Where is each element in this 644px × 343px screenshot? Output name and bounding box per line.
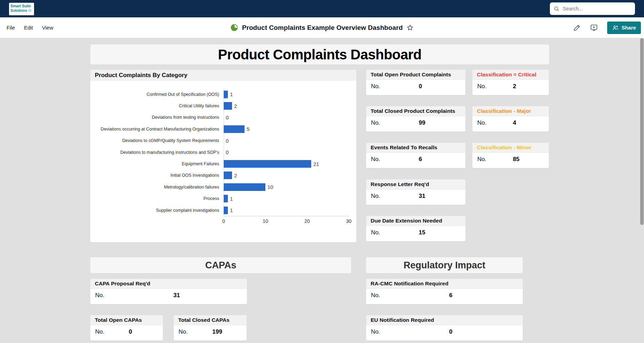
chart-category-label: Deviations to manufacturing instructions…	[90, 150, 224, 155]
chart-plot-area: Confirmed Out of Specification (OOS)1Cri…	[90, 81, 356, 242]
smart-suite-solutions-logo[interactable]: Smart Suite Solutions	[9, 3, 34, 15]
menu-edit[interactable]: Edit	[24, 25, 33, 31]
chart-value-label: 0	[226, 149, 229, 155]
chart-rows: Confirmed Out of Specification (OOS)1Cri…	[90, 89, 356, 216]
chart-bar	[224, 125, 245, 133]
card-prefix: No.	[371, 292, 380, 299]
x-axis-tick-label: 30	[346, 218, 352, 224]
card-value: 85	[513, 156, 520, 163]
stat-card-due-date-extension-needed: Due Date Extension Needed No. 15	[366, 216, 465, 241]
card-value: 6	[449, 292, 452, 299]
stat-card-classification-minor: Classification - Minor No. 85	[472, 143, 549, 168]
card-value: 99	[419, 119, 426, 126]
chart-category-label: Critical Utility failures	[90, 103, 224, 108]
card-prefix: No.	[477, 119, 486, 126]
stat-card-total-closed-capas: Total Closed CAPAs No. 199	[174, 315, 247, 341]
chart-row: Deviations from testing instructions0	[90, 112, 356, 123]
card-prefix: No.	[477, 83, 486, 90]
chart-row: Supplier complaint investigations1	[90, 204, 356, 216]
stat-card-total-open-capas: Total Open CAPAs No. 0	[90, 315, 163, 341]
card-label: Response Letter Req'd	[371, 181, 429, 187]
card-prefix: No.	[371, 328, 380, 335]
page-title: Product Complaints Dashboard	[218, 47, 421, 62]
chart-category-label: Confirmed Out of Specification (OOS)	[90, 92, 224, 97]
stat-card-eu-notification-required: EU Notification Required No. 0	[366, 315, 523, 341]
chart-row: Critical Utility failures2	[90, 100, 356, 111]
chart-row: Metrology/calibration failures10	[90, 181, 356, 193]
card-value: 31	[419, 193, 426, 200]
chart-category-label: Equipment Failures	[90, 161, 224, 166]
dashboard-title-banner: Product Complaints Dashboard	[90, 44, 549, 65]
logo-line2: Solutions	[10, 8, 27, 13]
menu-bar: File Edit View Product Complaints Exampl…	[0, 17, 644, 38]
card-prefix: No.	[371, 156, 380, 163]
stat-card-total-open-product-complaints: Total Open Product Complaints No. 0	[366, 70, 465, 95]
pencil-icon	[573, 24, 581, 32]
chart-row: Deviations occurring at Contract Manufac…	[90, 123, 356, 135]
card-label: CAPA Proposal Req'd	[95, 281, 150, 286]
stat-card-capa-proposal-reqd: CAPA Proposal Req'd No. 31	[90, 279, 247, 304]
x-axis-ticks: 0102030	[90, 218, 356, 225]
card-label: Total Closed Product Complaints	[371, 108, 455, 114]
card-label: Total Open CAPAs	[95, 317, 142, 323]
stat-card-response-letter-reqd: Response Letter Req'd No. 31	[366, 179, 465, 205]
vertical-scrollbar-thumb[interactable]	[640, 38, 644, 225]
search-input[interactable]	[563, 6, 631, 11]
chart-category-label: Process	[90, 196, 224, 201]
chart-bar	[224, 102, 232, 110]
menu-view[interactable]: View	[42, 25, 53, 31]
chart-value-label: 1	[230, 91, 233, 97]
card-value: 6	[419, 156, 422, 163]
card-label: Due Date Extension Needed	[371, 218, 442, 224]
capas-section-title: CAPAs	[205, 260, 237, 271]
card-value: 0	[449, 328, 452, 335]
chart-value-label: 1	[230, 207, 233, 213]
card-prefix: No.	[477, 156, 486, 163]
x-axis-tick-label: 10	[263, 218, 268, 224]
global-search[interactable]	[550, 2, 635, 15]
chart-bar	[224, 195, 228, 202]
card-prefix: No.	[371, 229, 380, 236]
capas-section-banner: CAPAs	[90, 257, 351, 273]
favorite-star-icon[interactable]	[406, 24, 414, 31]
dashboard-pie-icon	[230, 24, 238, 32]
chart-row: Initial OOS Investigations2	[90, 170, 356, 181]
complaints-by-category-chart: Product Complaints By Category Confirmed…	[90, 70, 356, 242]
card-prefix: No.	[371, 193, 380, 200]
edit-pencil-button[interactable]	[573, 24, 581, 32]
card-prefix: No.	[95, 328, 104, 335]
chart-category-label: Deviations to cGMP/Quality System Requir…	[90, 138, 224, 143]
card-prefix: No.	[179, 328, 188, 335]
chart-category-label: Initial OOS Investigations	[90, 173, 224, 178]
regulatory-section-title: Regulatory Impact	[404, 260, 486, 271]
card-value: 0	[419, 83, 422, 90]
top-app-bar: Smart Suite Solutions	[0, 0, 644, 17]
card-label: Events Related To Recalls	[371, 144, 437, 150]
chart-value-label: 2	[234, 173, 237, 178]
chart-category-label: Supplier complaint investigations	[90, 208, 224, 213]
stat-card-total-closed-product-complaints: Total Closed Product Complaints No. 99	[366, 106, 465, 132]
card-label: Total Closed CAPAs	[178, 317, 230, 323]
chart-category-label: Deviations from testing instructions	[90, 115, 224, 120]
stat-card-ra-cmc-notification-required: RA-CMC Notification Required No. 6	[366, 279, 523, 304]
card-prefix: No.	[371, 119, 380, 126]
card-value: 4	[513, 119, 516, 126]
card-prefix: No.	[371, 83, 380, 90]
chart-value-label: 10	[267, 184, 273, 190]
card-value: 0	[129, 328, 132, 335]
card-prefix: No.	[95, 292, 104, 299]
network-globe-icon	[28, 8, 32, 12]
card-label: EU Notification Required	[371, 317, 434, 323]
chart-bar	[224, 172, 232, 179]
menu-file[interactable]: File	[7, 25, 15, 31]
chart-row: Equipment Failures21	[90, 158, 356, 169]
present-button[interactable]	[590, 24, 598, 32]
chart-row: Confirmed Out of Specification (OOS)1	[90, 89, 356, 100]
document-title: Product Complaints Example Overview Dash…	[242, 24, 403, 32]
search-icon	[553, 6, 560, 12]
chart-bar	[224, 91, 228, 98]
stat-card-events-related-to-recalls: Events Related To Recalls No. 6	[366, 143, 465, 168]
chart-value-label: 0	[226, 115, 229, 120]
share-label: Share	[621, 25, 636, 31]
share-button[interactable]: Share	[607, 22, 641, 34]
